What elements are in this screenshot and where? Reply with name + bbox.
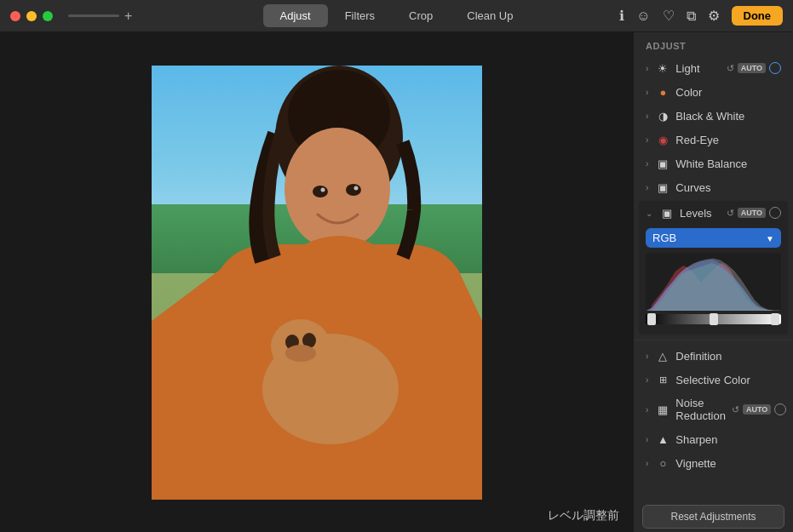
color-icon: ●: [656, 85, 669, 99]
emoji-icon[interactable]: ☺: [636, 9, 650, 24]
light-auto-badge[interactable]: AUTO: [738, 63, 766, 73]
adjust-label-noise-reduction: Noise Reduction: [675, 397, 726, 422]
chevron-right-icon: ›: [646, 64, 648, 73]
levels-midtone-handle[interactable]: [710, 313, 718, 325]
adjust-item-redeye[interactable]: › ◉ Red-Eye: [637, 128, 790, 152]
noise-reset-icon[interactable]: ↺: [732, 404, 739, 415]
share-icon[interactable]: ⧉: [687, 9, 696, 24]
adjust-item-color[interactable]: › ● Color: [637, 80, 790, 104]
noise-reduction-icon: ▦: [656, 403, 669, 416]
chevron-right-icon: ›: [646, 112, 648, 121]
photo-panel: レベル調整前: [0, 32, 633, 532]
heart-icon[interactable]: ♡: [663, 8, 675, 24]
adjust-item-light[interactable]: › ☀ Light ↺ AUTO: [637, 56, 790, 80]
histogram-container: [646, 253, 781, 311]
chevron-right-icon: ›: [646, 159, 648, 169]
tab-cleanup[interactable]: Clean Up: [450, 4, 530, 27]
adjust-label-vignette: Vignette: [675, 457, 715, 470]
svg-point-10: [346, 184, 361, 196]
reset-adjustments-button[interactable]: Reset Adjustments: [642, 505, 784, 529]
levels-highlight-handle[interactable]: [771, 313, 779, 325]
adjust-label-light: Light: [675, 62, 699, 75]
light-reset-icon[interactable]: ↺: [727, 63, 734, 74]
noise-toggle[interactable]: [774, 403, 786, 415]
selective-color-icon: ⊞: [656, 373, 669, 386]
levels-section: ⌄ ▣ Levels ↺ AUTO RGB Red Green Blue Lum…: [639, 201, 788, 335]
sharpen-icon: ▲: [656, 432, 669, 446]
svg-point-9: [313, 186, 328, 197]
adjust-label-color: Color: [675, 86, 702, 99]
adjust-item-whitebalance[interactable]: › ▣ White Balance: [637, 152, 790, 175]
tab-filters[interactable]: Filters: [328, 4, 392, 27]
noise-controls: ↺ AUTO: [732, 403, 786, 415]
minimize-button[interactable]: [26, 11, 37, 21]
adjust-label-redeye: Red-Eye: [675, 134, 719, 146]
divider: [634, 340, 793, 340]
close-button[interactable]: [10, 11, 20, 21]
adjust-item-noise-reduction[interactable]: › ▦ Noise Reduction ↺ AUTO: [637, 392, 790, 427]
chevron-down-icon: ⌄: [646, 209, 652, 218]
light-icon: ☀: [656, 61, 669, 75]
tab-adjust[interactable]: Adjust: [263, 4, 328, 27]
levels-auto-badge[interactable]: AUTO: [738, 208, 766, 218]
levels-reset-icon[interactable]: ↺: [727, 208, 734, 219]
chevron-right-icon: ›: [646, 88, 648, 97]
chevron-right-icon: ›: [646, 135, 648, 145]
adjust-item-sharpen[interactable]: › ▲ Sharpen: [637, 427, 790, 451]
adjust-item-definition[interactable]: › △ Definition: [637, 344, 790, 368]
adjust-label-whitebalance: White Balance: [675, 157, 747, 170]
adjust-header: ADJUST: [634, 32, 793, 56]
bw-icon: ◑: [656, 109, 669, 123]
chevron-right-icon: ›: [646, 405, 648, 415]
chevron-right-icon: ›: [646, 375, 648, 385]
adjust-panel: ADJUST › ☀ Light ↺ AUTO › ● Color › ◑ Bl…: [633, 32, 793, 532]
histogram-svg: [646, 253, 781, 311]
whitebalance-icon: ▣: [656, 157, 669, 170]
adjust-label-curves: Curves: [675, 181, 710, 194]
window-controls: [10, 11, 53, 21]
zoom-slider-area: +: [68, 9, 132, 24]
curves-icon: ▣: [656, 180, 669, 194]
svg-point-11: [320, 187, 325, 192]
levels-icon: ▣: [660, 206, 674, 220]
adjust-item-selective-color[interactable]: › ⊞ Selective Color: [637, 368, 790, 392]
levels-slider: [646, 314, 781, 324]
person-svg: [152, 66, 482, 500]
noise-auto-badge[interactable]: AUTO: [743, 404, 771, 415]
svg-point-8: [285, 345, 316, 362]
done-button[interactable]: Done: [732, 6, 784, 26]
levels-header[interactable]: ⌄ ▣ Levels ↺ AUTO: [639, 201, 788, 225]
adjust-label-levels: Levels: [680, 207, 712, 220]
light-toggle[interactable]: [769, 62, 781, 74]
photo-container: [152, 66, 482, 500]
adjust-label-bw: Black & White: [675, 110, 744, 123]
svg-point-2: [284, 128, 390, 250]
zoom-plus-icon[interactable]: +: [124, 9, 132, 24]
gear-icon[interactable]: ⚙: [708, 8, 720, 24]
maximize-button[interactable]: [43, 11, 53, 21]
levels-controls: ↺ AUTO: [727, 207, 781, 219]
adjust-label-selective-color: Selective Color: [675, 374, 750, 386]
photo-caption: レベル調整前: [548, 508, 619, 523]
definition-icon: △: [656, 349, 669, 363]
adjust-item-bw[interactable]: › ◑ Black & White: [637, 104, 790, 128]
info-icon[interactable]: ℹ: [619, 8, 624, 24]
rgb-select-wrapper: RGB Red Green Blue Luminance ▼: [646, 228, 781, 248]
adjust-item-vignette[interactable]: › ○ Vignette: [637, 451, 790, 475]
chevron-right-icon: ›: [646, 459, 648, 468]
adjust-label-definition: Definition: [675, 350, 721, 363]
svg-point-12: [353, 186, 358, 190]
toolbar-right: ℹ ☺ ♡ ⧉ ⚙ Done: [619, 6, 783, 26]
adjust-item-curves[interactable]: › ▣ Curves: [637, 175, 790, 199]
chevron-right-icon: ›: [646, 183, 648, 192]
levels-toggle[interactable]: [769, 207, 781, 219]
adjust-label-sharpen: Sharpen: [675, 433, 717, 446]
zoom-slider-track: [68, 14, 119, 17]
titlebar: + Adjust Filters Crop Clean Up ℹ ☺ ♡ ⧉ ⚙…: [0, 0, 793, 32]
redeye-icon: ◉: [656, 133, 669, 146]
levels-shadow-handle[interactable]: [647, 313, 656, 325]
tab-crop[interactable]: Crop: [392, 4, 450, 27]
vignette-icon: ○: [656, 456, 669, 470]
rgb-channel-select[interactable]: RGB Red Green Blue Luminance: [646, 228, 781, 248]
chevron-right-icon: ›: [646, 435, 648, 444]
